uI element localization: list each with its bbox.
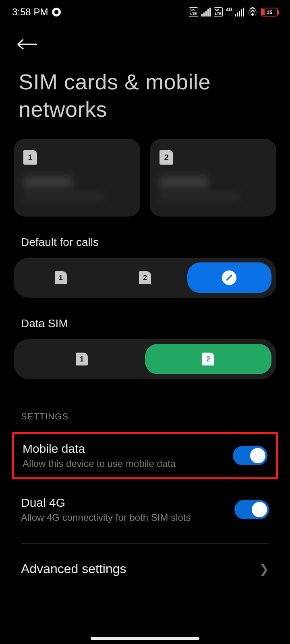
sim1-details-blurred	[23, 176, 130, 200]
ask-icon	[222, 270, 236, 285]
volte2-icon: VoLTE	[214, 7, 223, 17]
mobile-data-sub: Allow this device to use mobile data	[23, 458, 176, 469]
mobile-data-highlight: Mobile data Allow this device to use mob…	[12, 432, 278, 479]
battery-icon: 15	[261, 8, 278, 17]
signal1-icon	[201, 8, 211, 17]
sim-icon: 2	[139, 271, 151, 284]
network-4g-label: 4G	[226, 7, 232, 12]
sim-icon: 1	[55, 271, 67, 284]
data-sim-label: Data SIM	[0, 298, 290, 339]
signal2-icon	[235, 8, 244, 17]
sim-icon: 2	[202, 353, 214, 365]
default-calls-sim1[interactable]: 1	[19, 262, 103, 293]
default-calls-label: Default for calls	[0, 217, 290, 258]
dual-4g-title: Dual 4G	[21, 496, 191, 510]
advanced-settings-row[interactable]: Advanced settings ❯	[0, 544, 290, 576]
data-sim-sim2[interactable]: 2	[145, 344, 271, 374]
page-title: SIM cards & mobile networks	[0, 52, 290, 139]
default-calls-sim2[interactable]: 2	[103, 262, 187, 293]
mobile-data-title: Mobile data	[23, 442, 176, 456]
default-calls-ask[interactable]	[187, 262, 271, 293]
wifi-icon	[247, 8, 258, 17]
clock: 3:58 PM	[12, 6, 48, 18]
back-button[interactable]	[16, 36, 39, 52]
dual-4g-sub: Allow 4G connectivity for both SIM slots	[21, 512, 191, 523]
volte1-icon: VoLTE	[189, 7, 198, 17]
data-sim-sim1[interactable]: 1	[19, 344, 145, 374]
dual-4g-toggle[interactable]	[234, 500, 269, 519]
status-bar: 3:58 PM VoLTE VoLTE 4G 15	[0, 0, 290, 24]
default-calls-selector: 1 2	[14, 258, 276, 298]
sim-card-1[interactable]: 1	[14, 139, 140, 217]
advanced-settings-label: Advanced settings	[21, 561, 126, 576]
mobile-data-toggle[interactable]	[233, 446, 267, 465]
sim1-badge: 1	[23, 150, 37, 165]
sim-icon: 1	[76, 353, 88, 365]
mobile-data-row[interactable]: Mobile data Allow this device to use mob…	[14, 434, 276, 477]
sim2-details-blurred	[160, 176, 267, 200]
dual-4g-row[interactable]: Dual 4G Allow 4G connectivity for both S…	[0, 488, 290, 531]
sim-card-2[interactable]: 2	[150, 139, 276, 217]
settings-header: SETTINGS	[0, 379, 290, 432]
gear-icon	[52, 8, 61, 17]
data-sim-selector: 1 2	[14, 339, 276, 379]
sim2-badge: 2	[160, 150, 173, 165]
chevron-right-icon: ❯	[259, 562, 269, 576]
home-indicator[interactable]	[91, 637, 199, 640]
